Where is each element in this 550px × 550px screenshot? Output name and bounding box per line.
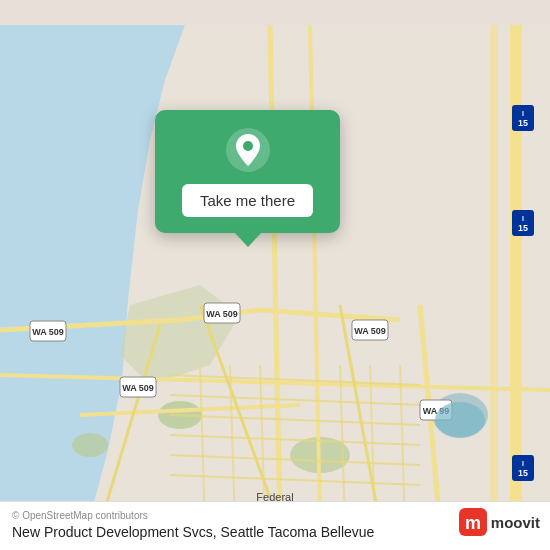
svg-text:I: I bbox=[522, 215, 524, 222]
map-container: WA 509 WA 509 WA 509 WA 509 WA 99 I 15 I… bbox=[0, 0, 550, 550]
moovit-brand-text: moovit bbox=[491, 514, 540, 531]
svg-text:15: 15 bbox=[518, 223, 528, 233]
location-pin-icon bbox=[226, 128, 270, 172]
svg-text:I: I bbox=[522, 110, 524, 117]
svg-rect-16 bbox=[510, 25, 522, 525]
svg-point-55 bbox=[435, 402, 485, 438]
map-background: WA 509 WA 509 WA 509 WA 509 WA 99 I 15 I… bbox=[0, 0, 550, 550]
svg-text:15: 15 bbox=[518, 468, 528, 478]
svg-text:WA 509: WA 509 bbox=[206, 309, 238, 319]
svg-text:m: m bbox=[465, 513, 481, 533]
svg-text:WA 509: WA 509 bbox=[122, 383, 154, 393]
svg-rect-17 bbox=[490, 25, 498, 525]
svg-text:I: I bbox=[522, 460, 524, 467]
attribution-text: © OpenStreetMap contributors bbox=[12, 510, 148, 521]
svg-point-57 bbox=[243, 141, 253, 151]
svg-point-6 bbox=[72, 433, 108, 457]
svg-text:15: 15 bbox=[518, 118, 528, 128]
popup-card: Take me there bbox=[155, 110, 340, 233]
svg-text:WA 509: WA 509 bbox=[354, 326, 386, 336]
take-me-there-button[interactable]: Take me there bbox=[182, 184, 313, 217]
moovit-logo: m moovit bbox=[459, 508, 540, 536]
moovit-logo-icon: m bbox=[459, 508, 487, 536]
svg-text:WA 509: WA 509 bbox=[32, 327, 64, 337]
